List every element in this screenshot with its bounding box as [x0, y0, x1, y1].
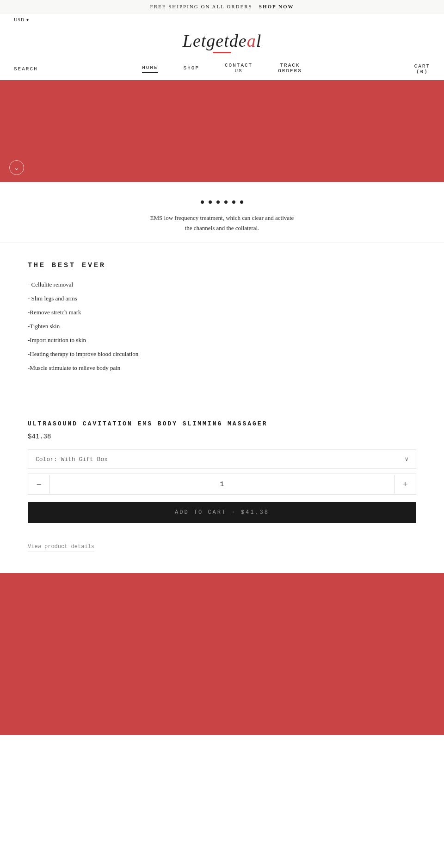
feature-3: -Remove stretch mark — [28, 309, 416, 316]
best-section: THE BEST EVER - Cellulite removal - Slim… — [0, 243, 444, 397]
best-title: THE BEST EVER — [28, 262, 416, 269]
shop-now-link[interactable]: SHOP NOW — [259, 4, 294, 9]
dot-5 — [232, 200, 235, 204]
feature-1: - Cellulite removal — [28, 281, 416, 288]
feature-5: -Import nutrition to skin — [28, 337, 416, 344]
currency-label: USD — [14, 17, 25, 22]
dot-3 — [216, 200, 220, 204]
cart-button[interactable]: CART (0) — [414, 63, 430, 75]
feature-list: - Cellulite removal - Slim legs and arms… — [28, 281, 416, 372]
logo-underline — [213, 52, 231, 53]
quantity-increase-button[interactable]: + — [395, 474, 416, 494]
nav-wrapper: SEARCH HOME SHOP CONTACTUS TRACKORDERS C… — [0, 56, 444, 80]
dot-6 — [240, 200, 243, 204]
hero-chevron-down-icon[interactable]: ⌄ — [9, 160, 24, 175]
quantity-value: 1 — [49, 475, 395, 493]
product-section: ULTRASOUND CAVITATION EMS BODY SLIMMING … — [0, 397, 444, 573]
cart-count: (0) — [414, 69, 430, 75]
hero-banner: ⌄ — [0, 80, 444, 182]
top-banner: FREE SHIPPING ON ALL ORDERS SHOP NOW — [0, 0, 444, 13]
logo-container: Letgetdeal — [0, 26, 444, 56]
dots-row — [9, 200, 435, 204]
logo[interactable]: Letgetdeal — [0, 31, 444, 51]
dots-section: EMS low frequency treatment, which can c… — [0, 182, 444, 243]
color-select-label: Color: With Gift Box — [36, 456, 108, 463]
product-title: ULTRASOUND CAVITATION EMS BODY SLIMMING … — [28, 420, 416, 427]
feature-4: -Tighten skin — [28, 323, 416, 330]
feature-7: -Muscle stimulate to relieve body pain — [28, 364, 416, 372]
feature-6: -Heating therapy to improve blood circul… — [28, 350, 416, 358]
search-button[interactable]: SEARCH — [14, 66, 38, 72]
dots-description: EMS low frequency treatment, which can c… — [148, 213, 296, 233]
banner-text: FREE SHIPPING ON ALL ORDERS — [150, 4, 253, 9]
add-to-cart-button[interactable]: ADD TO CART · $41.38 — [28, 502, 416, 523]
dot-2 — [209, 200, 212, 204]
quantity-decrease-button[interactable]: − — [28, 474, 49, 494]
dot-4 — [224, 200, 228, 204]
logo-main: Letgetde — [183, 31, 247, 50]
nav-shop[interactable]: SHOP — [184, 65, 199, 73]
logo-accent: a — [247, 31, 256, 50]
header-top: USD ▾ — [0, 13, 444, 26]
nav-home[interactable]: HOME — [142, 65, 158, 73]
quantity-wrapper: − 1 + — [28, 474, 416, 495]
nav-links: HOME SHOP CONTACTUS TRACKORDERS — [142, 62, 302, 75]
feature-2: - Slim legs and arms — [28, 295, 416, 302]
currency-chevron-icon: ▾ — [26, 17, 29, 22]
view-product-details-link[interactable]: View product details — [28, 543, 94, 551]
nav-track[interactable]: TRACKORDERS — [278, 62, 302, 75]
dot-1 — [201, 200, 204, 204]
color-select[interactable]: Color: With Gift Box ∨ — [28, 450, 416, 469]
currency-selector[interactable]: USD ▾ — [14, 17, 29, 22]
product-price: $41.38 — [28, 433, 416, 440]
bottom-banner — [0, 573, 444, 735]
logo-end: l — [256, 31, 262, 50]
color-chevron-down-icon: ∨ — [405, 456, 408, 463]
nav-contact[interactable]: CONTACTUS — [225, 62, 253, 75]
cart-label: CART — [414, 63, 430, 69]
